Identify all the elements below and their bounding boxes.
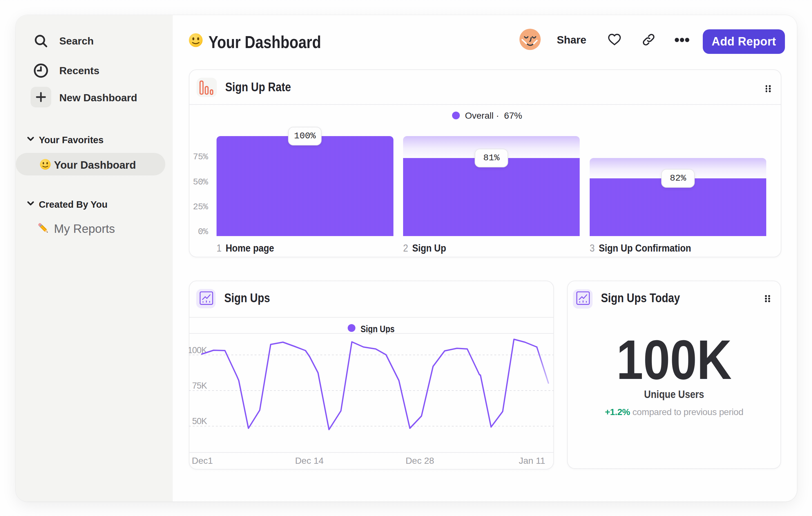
svg-text:75K: 75K bbox=[192, 381, 207, 390]
svg-text:Jan 11: Jan 11 bbox=[519, 456, 545, 466]
svg-text:Dec 14: Dec 14 bbox=[295, 456, 324, 466]
svg-text:Dec 28: Dec 28 bbox=[406, 456, 434, 466]
svg-text:Dec1: Dec1 bbox=[192, 456, 213, 466]
svg-text:50K: 50K bbox=[192, 416, 207, 426]
